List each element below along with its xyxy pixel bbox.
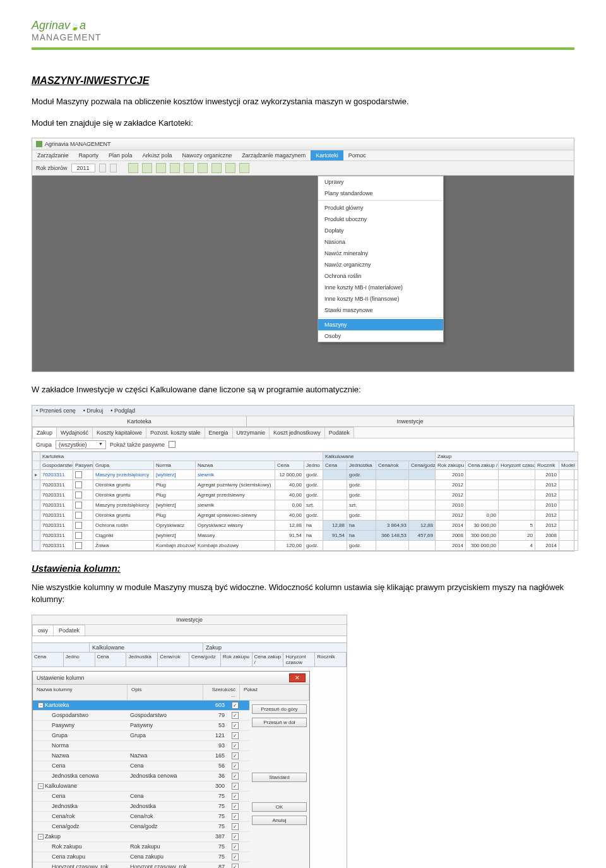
- grid-column-header[interactable]: Horyzont czasow: [283, 653, 315, 666]
- move-up-button[interactable]: Przesuń do góry: [252, 704, 307, 714]
- cell-grupa[interactable]: Żniwa: [93, 540, 154, 550]
- show-column-checkbox[interactable]: [232, 702, 239, 709]
- cell-nazwa[interactable]: Agregat przedsiewny: [196, 490, 275, 500]
- cell-norma[interactable]: [wybierz]: [154, 500, 196, 510]
- cell-horyzont[interactable]: [499, 490, 535, 500]
- cell-nazwa[interactable]: Massey: [196, 530, 275, 540]
- grid-column-header[interactable]: Cena: [95, 653, 127, 666]
- cell-nazwa[interactable]: siewnik: [196, 469, 275, 479]
- cell-rocznik[interactable]: 2012: [535, 479, 559, 490]
- show-column-checkbox[interactable]: [232, 813, 239, 820]
- standard-button[interactable]: Standard: [252, 773, 307, 782]
- cell-nazwa[interactable]: siewnik: [196, 500, 275, 510]
- dropdown-item[interactable]: Dopłaty: [318, 225, 443, 236]
- cell-gospodarstwo[interactable]: 70203311: [40, 500, 73, 510]
- cell-horyzont[interactable]: 4: [499, 540, 535, 550]
- dropdown-item[interactable]: Osoby: [318, 330, 443, 342]
- subtab[interactable]: Energia: [205, 427, 233, 438]
- grid-column-header[interactable]: Cena zakup /: [252, 653, 284, 666]
- table-row[interactable]: 70203311Ochrona roślinOpryskiwaczOpryski…: [33, 520, 578, 530]
- dropdown-item[interactable]: Inne koszty MB-I (materiałowe): [318, 282, 443, 293]
- cell-model[interactable]: [559, 490, 578, 500]
- dropdown-item[interactable]: Nasiona: [318, 236, 443, 248]
- cell-nazwa[interactable]: Agregat pożniwny (ścierniskowy): [196, 479, 275, 490]
- cell-rocznik[interactable]: 2010: [535, 469, 559, 479]
- show-column-checkbox[interactable]: [232, 793, 239, 800]
- cell-rokzakupu[interactable]: 2010: [436, 500, 466, 510]
- table-row[interactable]: ▸70203311Maszyny przedsiębiorcy[wybierz]…: [33, 469, 578, 479]
- year-next-button[interactable]: [110, 164, 117, 172]
- cell-rocznik[interactable]: 2010: [535, 500, 559, 510]
- cell-cenazakup[interactable]: [466, 469, 499, 479]
- cell-grupa[interactable]: Maszyny przedsiębiorcy: [93, 469, 154, 479]
- grid-column-header[interactable]: Cena/godz: [189, 653, 221, 666]
- close-icon[interactable]: ✕: [289, 673, 306, 682]
- cell-jedno[interactable]: szt.: [304, 500, 323, 510]
- grid-column-header[interactable]: Rocznik: [315, 653, 347, 666]
- grid-column-header[interactable]: Jedno: [64, 653, 95, 666]
- cell-rokzakupu[interactable]: 2014: [436, 540, 466, 550]
- expand-icon[interactable]: −: [38, 702, 44, 708]
- cell-cena[interactable]: 120,00: [275, 540, 304, 550]
- menu-arkusz-pola[interactable]: Arkusz pola: [138, 150, 177, 160]
- show-column-checkbox[interactable]: [232, 843, 239, 850]
- grid-column-header[interactable]: Rok zakupu: [221, 653, 252, 666]
- cell-jedno[interactable]: godz.: [304, 540, 323, 550]
- tree-row[interactable]: GospodarstwoGospodarstwo79: [33, 711, 249, 721]
- cell-nazwa[interactable]: Agregat uprawowo-siewny: [196, 510, 275, 520]
- toolbar-icon-7[interactable]: [211, 163, 222, 173]
- menu-pomoc[interactable]: Pomoc: [343, 150, 371, 160]
- cell-pasywny[interactable]: [73, 469, 93, 479]
- cell-grupa[interactable]: Obróbka gruntu: [93, 479, 154, 490]
- dropdown-item[interactable]: Maszyny: [318, 319, 443, 330]
- cell-grupa[interactable]: Obróbka gruntu: [93, 490, 154, 500]
- show-column-checkbox[interactable]: [232, 722, 239, 729]
- partial-tab-2[interactable]: Podatek: [53, 625, 85, 636]
- cell-cenazakup[interactable]: 300 000,00: [466, 530, 499, 540]
- cell-jedno[interactable]: ha: [304, 530, 323, 540]
- grid-column-header[interactable]: Cena: [275, 461, 304, 469]
- cell-cenazakup[interactable]: [466, 500, 499, 510]
- grid-column-header[interactable]: Cena zakup /: [466, 461, 499, 469]
- dropdown-item[interactable]: Ochrona roślin: [318, 270, 443, 282]
- cell-pasywny[interactable]: [73, 500, 93, 510]
- toolbar-icon-8[interactable]: [225, 163, 235, 173]
- group-select[interactable]: (wszystkie)▼: [56, 440, 106, 449]
- cell-gospodarstwo[interactable]: 70203311: [40, 520, 73, 530]
- tree-row[interactable]: −Kartoteka603: [33, 701, 249, 711]
- cell-nazwa[interactable]: Opryskiwacz własny: [196, 520, 275, 530]
- table-row[interactable]: 70203311ŻniwaKombajn zbożowyKombajn zboż…: [33, 540, 578, 550]
- show-column-checkbox[interactable]: [232, 853, 239, 860]
- menu-plan-pola[interactable]: Plan pola: [104, 150, 138, 160]
- dropdown-item[interactable]: Inne koszty MB-II (finansowe): [318, 293, 443, 304]
- grid-column-header[interactable]: Jedno: [304, 461, 323, 469]
- cell-cena[interactable]: 12 000,00: [275, 469, 304, 479]
- expand-icon[interactable]: −: [38, 834, 44, 840]
- tree-row[interactable]: NazwaNazwa165: [33, 751, 249, 761]
- cell-rocznik[interactable]: 2012: [535, 520, 559, 530]
- tree-row[interactable]: Cena/rokCena/rok75: [33, 812, 249, 822]
- show-column-checkbox[interactable]: [232, 712, 239, 719]
- cell-rokzakupu[interactable]: 2014: [436, 520, 466, 530]
- cell-cena[interactable]: 40,00: [275, 510, 304, 520]
- dropdown-item[interactable]: Nawóz organiczny: [318, 259, 443, 270]
- menu-raporty[interactable]: Raporty: [74, 150, 104, 160]
- dropdown-item[interactable]: Produkt główny: [318, 202, 443, 214]
- show-column-checkbox[interactable]: [232, 763, 239, 769]
- cell-cenazakup[interactable]: 0,00: [466, 510, 499, 520]
- cell-model[interactable]: [559, 479, 578, 490]
- cell-norma[interactable]: [wybierz]: [154, 469, 196, 479]
- show-column-checkbox[interactable]: [232, 833, 239, 840]
- cell-pasywny[interactable]: [73, 540, 93, 550]
- cell-jedno[interactable]: godz.: [304, 510, 323, 520]
- toolbar-icon-2[interactable]: [142, 163, 152, 173]
- cell-gospodarstwo[interactable]: 70203311: [40, 479, 73, 490]
- toolbar-action[interactable]: • Podgląd: [110, 407, 135, 414]
- show-column-checkbox[interactable]: [232, 742, 239, 749]
- subtab[interactable]: Zakup: [32, 427, 57, 438]
- show-column-checkbox[interactable]: [232, 803, 239, 810]
- toolbar-icon-5[interactable]: [184, 163, 194, 173]
- subtab[interactable]: Utrzymanie: [232, 427, 270, 438]
- move-down-button[interactable]: Przesuń w dół: [252, 718, 307, 727]
- cell-norma[interactable]: Opryskiwacz: [154, 520, 196, 530]
